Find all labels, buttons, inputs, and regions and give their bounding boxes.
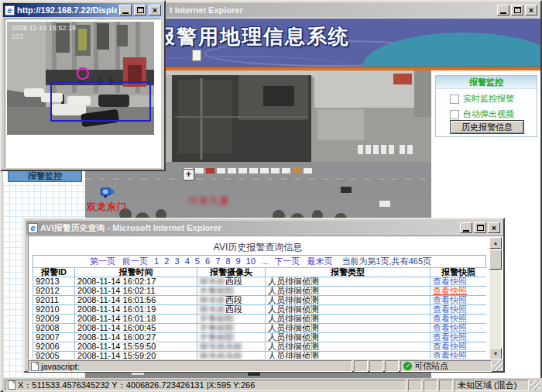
history-close-button[interactable]: ×	[488, 222, 500, 233]
col-header-alarm-id: 报警ID	[33, 268, 75, 277]
camera-osd-id: 223	[12, 33, 23, 40]
security-zone-label: 未知区域 (混合)	[458, 380, 516, 391]
page-number-link[interactable]: 8	[225, 256, 230, 266]
view-snapshot-link[interactable]: 查看快照	[433, 315, 467, 324]
alarm-type: 人员徘徊侦测	[266, 352, 431, 360]
page-number-link[interactable]: 4	[185, 256, 190, 266]
view-snapshot-link[interactable]: 查看快照	[433, 324, 467, 333]
page-number-link[interactable]: 6	[205, 256, 210, 266]
popup-close-button[interactable]: ×	[149, 5, 161, 15]
statusbar-cell	[408, 380, 422, 391]
alarm-table-container: 报警ID 报警时间 报警摄像头 报警类型 报警快照 92013 2008-11-…	[33, 267, 486, 359]
history-maximize-button[interactable]	[474, 222, 486, 233]
realtime-alarm-option[interactable]: 实时监控报警	[450, 93, 537, 105]
alarm-type: 人员徘徊侦测	[266, 342, 431, 352]
view-snapshot-link[interactable]: 查看快照	[433, 305, 467, 315]
auto-popup-label: 自动弹出视频	[463, 108, 514, 120]
close-icon: ×	[153, 6, 157, 14]
scrollbar-thumb[interactable]	[489, 249, 502, 270]
window-resize-grip[interactable]	[493, 361, 503, 371]
alarm-id: 92006	[33, 342, 75, 352]
camera-marker-icon[interactable]	[99, 185, 115, 198]
camera-name-masked: 齐鲁朝阳	[200, 287, 234, 296]
view-snapshot-link[interactable]: 查看快照	[433, 277, 467, 287]
alarm-time: 2008-11-14 16:00:45	[75, 324, 197, 333]
scroll-up-button[interactable]: ▲	[489, 237, 502, 249]
page-number-link[interactable]: 9	[236, 256, 241, 266]
alarm-camera: 财丰路西段	[197, 296, 266, 305]
alarm-camera: 财丰路西段	[197, 305, 266, 315]
table-row: 92008 2008-11-14 16:00:45 齐鲁朝阳 人员徘徊侦测 查看…	[33, 324, 487, 333]
document-icon	[192, 50, 201, 61]
page-number-link[interactable]: 1	[154, 256, 159, 266]
history-alarm-button[interactable]: 历史报警信息	[450, 120, 524, 134]
history-status-text: javascript:	[41, 362, 80, 371]
next-page-link[interactable]: 下一页	[274, 256, 300, 266]
statusbar-coords-cell: X：511533.4576345232 Y：4006826.723426131 …	[5, 380, 406, 391]
alarm-camera: 财丰路高校	[197, 342, 266, 352]
popup-titlebar: e http://192.168.7.22/DisplayIm... ×	[3, 3, 163, 17]
view-snapshot-link[interactable]: 查看快照	[433, 342, 467, 352]
pagination-bar: 第一页 前一页 1 2 3 4 5 6 7 8 9 10 ... 下一页 最末页…	[33, 255, 486, 267]
internet-explorer-icon: e	[28, 223, 38, 233]
auto-popup-option[interactable]: 自动弹出视频	[450, 108, 537, 120]
map-coordinates: X：511533.4576345232 Y：4006826.723426131 …	[18, 380, 255, 391]
alarm-camera: 财丰路西段	[197, 277, 266, 287]
prev-page-link[interactable]: 前一页	[122, 256, 148, 266]
alarm-time: 2008-11-14 15:59:20	[75, 352, 197, 360]
alarm-time: 2008-11-14 16:01:18	[75, 315, 197, 324]
main-close-button[interactable]: ×	[525, 5, 537, 15]
table-header-row: 报警ID 报警时间 报警摄像头 报警类型 报警快照	[33, 268, 487, 277]
col-header-alarm-type: 报警类型	[266, 268, 431, 277]
view-snapshot-link[interactable]: 查看快照	[433, 296, 467, 305]
statusbar-cell	[369, 360, 383, 372]
col-header-alarm-time: 报警时间	[75, 268, 197, 277]
page-number-link[interactable]: 10	[246, 256, 256, 266]
alarm-id: 92008	[33, 324, 75, 333]
minimize-icon	[500, 12, 506, 14]
main-statusbar: X：511533.4576345232 Y：4006826.723426131 …	[3, 378, 542, 392]
view-snapshot-link[interactable]: 查看快照	[433, 333, 467, 342]
page-number-link[interactable]: 3	[174, 256, 179, 266]
popup-minimize-button[interactable]	[119, 5, 132, 15]
history-minimize-button[interactable]	[460, 222, 472, 233]
view-snapshot-link-active[interactable]: 查看快照	[433, 287, 467, 296]
camera-name-suffix: 西段	[225, 277, 242, 287]
map-label-camera: 双龙东门	[87, 201, 127, 214]
page-ellipsis: ...	[261, 256, 268, 266]
alarm-panel-header: 报警监控	[436, 76, 537, 89]
last-page-link[interactable]: 最末页	[307, 256, 332, 266]
alarm-time: 2008-11-14 15:59:50	[75, 342, 197, 352]
scroll-down-button[interactable]: ▼	[489, 348, 502, 359]
alarm-time: 2008-11-14 16:01:56	[75, 296, 197, 305]
main-window-title: t Internet Explorer	[170, 5, 243, 15]
page-number-link[interactable]: 7	[215, 256, 220, 266]
camera-name-masked: 财丰路	[200, 277, 225, 287]
camera-name-masked: 财丰路高校	[200, 342, 242, 352]
page-number-link[interactable]: 2	[164, 256, 169, 266]
camera-feed-image: 2008-11-14 15:52:19 223	[7, 22, 154, 135]
auto-popup-checkbox[interactable]	[450, 110, 459, 119]
alarm-type: 人员徘徊侦测	[266, 305, 431, 315]
main-maximize-button[interactable]	[511, 5, 523, 15]
alarm-id: 92007	[33, 333, 75, 342]
page-number-link[interactable]: 5	[195, 256, 200, 266]
page-icon	[8, 380, 15, 390]
view-snapshot-link[interactable]: 查看快照	[433, 352, 467, 360]
alarm-id: 92011	[33, 296, 75, 305]
vertical-scrollbar[interactable]: ▲ ▼	[489, 237, 502, 359]
popup-restore-button[interactable]	[134, 5, 146, 15]
statusbar-cell	[385, 360, 399, 372]
alarm-type: 人员徘徊侦测	[266, 296, 431, 305]
sidebar-tab-alarm-monitor[interactable]: 报警监控	[8, 170, 82, 182]
map-zoom-in-button[interactable]: +	[183, 169, 194, 181]
alarm-time: 2008-11-14 16:02:11	[75, 287, 197, 296]
window-resize-grip[interactable]	[530, 380, 540, 390]
table-row: 92005 2008-11-14 15:59:20 财丰路高校 人员徘徊侦测 查…	[33, 352, 487, 360]
first-page-link[interactable]: 第一页	[90, 256, 115, 266]
restore-icon	[137, 7, 144, 13]
main-minimize-button[interactable]	[497, 5, 509, 15]
realtime-alarm-checkbox[interactable]	[450, 95, 459, 104]
alarm-id: 92013	[33, 277, 75, 287]
camera-name-masked: 财丰路高校	[200, 352, 242, 360]
